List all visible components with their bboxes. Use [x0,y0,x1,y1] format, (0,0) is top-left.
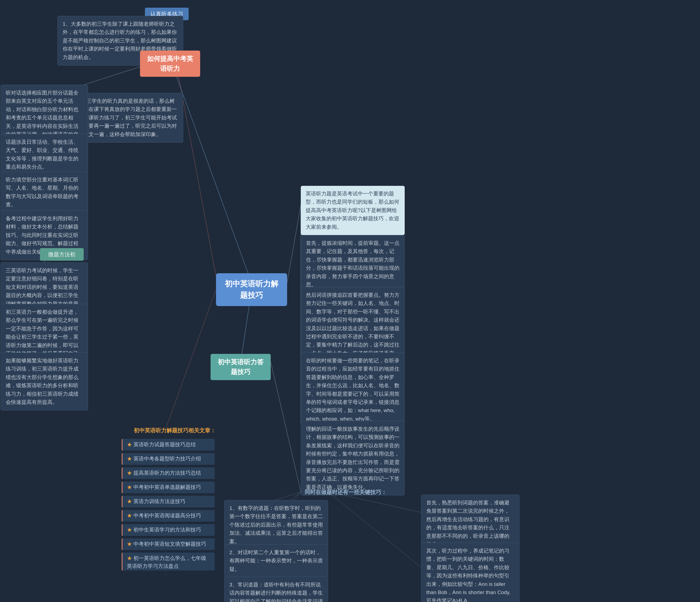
list-item-0[interactable]: 英语听力试题答题技巧总结 [122,439,215,451]
svg-line-0 [170,57,252,283]
list-item-5[interactable]: 中考初中英语阅读题高分技巧 [122,510,215,522]
node-tip1: 1、有数字的道题：在听数字时，听到的第一个数字往往不是答案，答案是在第二个陈述过… [224,500,328,550]
node-tip-label: 同时在做题时还有一些关键技巧： [301,486,391,498]
list-item-3[interactable]: 中考初中英语单选题解题技巧 [122,481,215,493]
list-item-1[interactable]: 英语中考各题型听力技巧介绍 [122,453,215,465]
node-answer-content3: 在听的时候要做一些简要的笔记，在听录音的过程当中，应如经常要有目的地抓住答题要解… [301,352,405,427]
list-item-6[interactable]: 初中生英语学习的方法和技巧 [122,524,215,536]
node-answer-skill[interactable]: 初中英语听力答题技巧 [210,354,271,380]
node-right-tip-content2: 其次，听力过程中，养成记笔记的习惯，把听一到的关键词的时间：数量、星期几、八九日… [421,543,520,602]
svg-line-13 [287,205,301,283]
node-answer-content4: 理解的回话一般按故事发生的先后顺序设计，根据故事的结构，可以预测故事的一条发展线… [301,421,405,495]
node-tip2: 2、对话时第二个人重复第一个的话时，有两种可能：一种表示赞对，一种表示质疑。 [224,544,328,577]
list-item-8[interactable]: 初一英语听力怎么学么，七年级英语听力学习方法盘点 [122,553,215,571]
node-vocab-content: 听力填空部分注重对基本词汇听写、人名、地名、星期、月份的数字与大写以及词语串联题… [1,172,88,213]
mindmap-container: 认真听多练习 1、大多数的初三学生除了课上跟随老师听听力之外，在平常都忘怎么进行… [0,0,700,602]
node-answer-content1: 首先，提炼浓缩时间，提前审题。这一点其重要，记住题，及其他答，每次，记住，尽快掌… [301,235,405,293]
list-item-4[interactable]: 英语力训练方法这技巧 [122,496,215,507]
node-topic-content: 话题涉及日常活动、学校生活、天气、爱好、职业、交通、传统文化等等，推理判断题是学… [1,134,88,176]
node-right-intro: 英语听力题是英语考试中一个重要的题型，而听力也是同学们的短板，那么如何提高高中考… [301,186,405,235]
node-micro-content3: 如果能够频繁实地做好英语听力练习训练，初三英语听力提升成绩也没有大部分学生想象的… [1,352,88,411]
node-tip3: 3、常识道题：道听中有利合有不同所说话内容答题解进行判断的特殊道题，学生可以根据… [224,577,328,602]
svg-line-23 [328,492,421,567]
svg-line-24 [166,290,216,429]
node-central[interactable]: 初中英语听力解题技巧 [216,273,287,306]
list-item-7[interactable]: 中考初中英语短文填空解题技巧 [122,538,215,550]
node-how-improve[interactable]: 如何提高中考英语听力 [140,51,200,77]
node-related-label: 初中英语听力解题技巧相关文章： [130,424,220,437]
list-item-2[interactable]: 提高英语听力的方法技巧总结 [122,467,215,479]
node-answer-content2: 然后词语拼接追踪首要把握要点。努力方努力记住一些关键词，如人名、地点、时间、数字… [301,287,405,362]
svg-line-18 [271,362,301,492]
node-micro-label: 微题方法初 [40,248,84,261]
